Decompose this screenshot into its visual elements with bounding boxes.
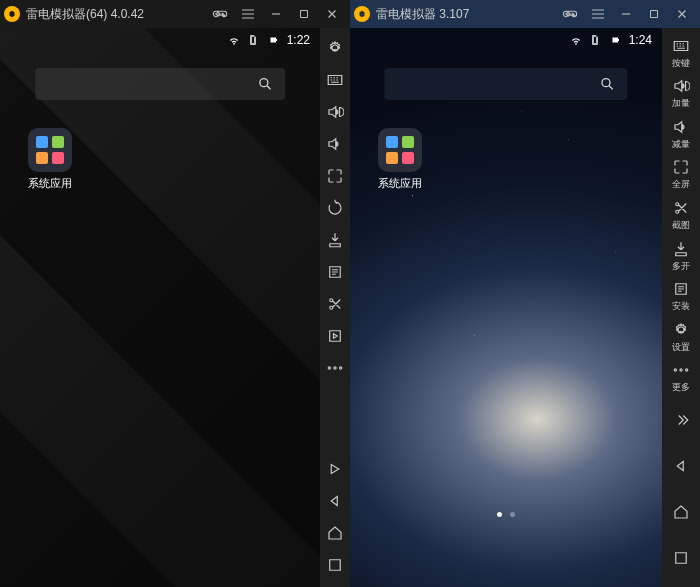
page-indicator bbox=[497, 512, 515, 517]
volume-up-icon bbox=[672, 77, 690, 95]
sidebar-volume-up-button[interactable]: 加量 bbox=[664, 75, 698, 114]
android-screen[interactable]: 1:22 系统应用 bbox=[0, 28, 320, 587]
sidebar-install-button[interactable] bbox=[321, 226, 349, 254]
play-icon bbox=[326, 327, 344, 345]
android-screen[interactable]: 1:24 系统应用 bbox=[350, 28, 662, 587]
sidebar-fullscreen-button[interactable] bbox=[321, 162, 349, 190]
sidebar-home-button[interactable] bbox=[321, 519, 349, 547]
sidebar-cut-button[interactable]: 截图 bbox=[664, 196, 698, 235]
fullscreen-icon bbox=[672, 158, 690, 176]
cut-icon bbox=[326, 295, 344, 313]
status-bar: 1:22 bbox=[0, 28, 320, 52]
sidebar-fullscreen-button[interactable]: 全屏 bbox=[664, 156, 698, 195]
maximize-button[interactable] bbox=[290, 0, 318, 28]
install-icon bbox=[326, 231, 344, 249]
maximize-button[interactable] bbox=[640, 0, 668, 28]
wifi-icon bbox=[569, 33, 583, 47]
sidebar-right: 按键加量减量全屏截图多开安装设置更多 bbox=[662, 28, 700, 587]
sidebar-volume-down-button[interactable]: 减量 bbox=[664, 115, 698, 154]
sidebar-apk-button[interactable]: 安装 bbox=[664, 277, 698, 316]
apk-icon bbox=[672, 280, 690, 298]
sidebar-label: 加量 bbox=[672, 97, 690, 110]
triangle-icon bbox=[326, 460, 344, 478]
window-title: 雷电模拟器 3.107 bbox=[376, 6, 556, 23]
app-logo-icon bbox=[4, 6, 20, 22]
sim-icon bbox=[589, 34, 601, 46]
sidebar-settings-button[interactable] bbox=[321, 34, 349, 62]
sidebar-rotate-button[interactable] bbox=[321, 194, 349, 222]
sidebar-label: 更多 bbox=[672, 381, 690, 394]
back-icon bbox=[672, 457, 690, 475]
sidebar-back-button[interactable] bbox=[321, 487, 349, 515]
sidebar-install-button[interactable]: 多开 bbox=[664, 237, 698, 276]
titlebar-right: 雷电模拟器 3.107 bbox=[350, 0, 700, 28]
app-logo-icon bbox=[354, 6, 370, 22]
sidebar-play-button[interactable] bbox=[321, 322, 349, 350]
volume-down-icon bbox=[326, 135, 344, 153]
cut-icon bbox=[672, 199, 690, 217]
search-icon bbox=[257, 76, 273, 92]
window-title: 雷电模拟器(64) 4.0.42 bbox=[26, 6, 206, 23]
sidebar-volume-down-button[interactable] bbox=[321, 130, 349, 158]
sidebar-label: 减量 bbox=[672, 138, 690, 151]
sidebar-collapse-button[interactable] bbox=[664, 399, 698, 441]
sidebar-apk-button[interactable] bbox=[321, 258, 349, 286]
recent-icon bbox=[326, 556, 344, 574]
battery-icon bbox=[607, 34, 623, 46]
sidebar-volume-up-button[interactable] bbox=[321, 98, 349, 126]
back-icon bbox=[326, 492, 344, 510]
home-icon bbox=[672, 503, 690, 521]
sidebar-triangle-button[interactable] bbox=[321, 455, 349, 483]
install-icon bbox=[672, 240, 690, 258]
sidebar-home-button[interactable] bbox=[664, 491, 698, 533]
recent-icon bbox=[672, 549, 690, 567]
sidebar-keyboard-button[interactable] bbox=[321, 66, 349, 94]
collapse-icon bbox=[672, 411, 690, 429]
search-input[interactable] bbox=[35, 68, 285, 100]
menu-icon[interactable] bbox=[584, 0, 612, 28]
sidebar-keyboard-button[interactable]: 按键 bbox=[664, 34, 698, 73]
minimize-button[interactable] bbox=[612, 0, 640, 28]
volume-down-icon bbox=[672, 118, 690, 136]
app-label: 系统应用 bbox=[22, 176, 78, 191]
sidebar-settings-button[interactable]: 设置 bbox=[664, 318, 698, 357]
sidebar-more-button[interactable]: 更多 bbox=[664, 359, 698, 398]
more-icon bbox=[326, 359, 344, 377]
settings-icon bbox=[326, 39, 344, 57]
status-bar: 1:24 bbox=[350, 28, 662, 52]
sidebar-more-button[interactable] bbox=[321, 354, 349, 382]
sidebar-left bbox=[320, 28, 350, 587]
close-button[interactable] bbox=[668, 0, 696, 28]
minimize-button[interactable] bbox=[262, 0, 290, 28]
sidebar-label: 安装 bbox=[672, 300, 690, 313]
settings-icon bbox=[672, 321, 690, 339]
battery-icon bbox=[265, 34, 281, 46]
app-system-apps[interactable]: 系统应用 bbox=[372, 128, 428, 191]
clock-text: 1:24 bbox=[629, 33, 652, 47]
wallpaper bbox=[350, 28, 662, 587]
titlebar-left: 雷电模拟器(64) 4.0.42 bbox=[0, 0, 350, 28]
app-system-apps[interactable]: 系统应用 bbox=[22, 128, 78, 191]
gamepad-icon[interactable] bbox=[556, 0, 584, 28]
rotate-icon bbox=[326, 199, 344, 217]
keyboard-icon bbox=[326, 71, 344, 89]
close-button[interactable] bbox=[318, 0, 346, 28]
search-input[interactable] bbox=[384, 68, 627, 100]
sidebar-label: 全屏 bbox=[672, 178, 690, 191]
sidebar-cut-button[interactable] bbox=[321, 290, 349, 318]
sidebar-label: 多开 bbox=[672, 260, 690, 273]
sidebar-recent-button[interactable] bbox=[664, 537, 698, 579]
gamepad-icon[interactable] bbox=[206, 0, 234, 28]
fullscreen-icon bbox=[326, 167, 344, 185]
wallpaper bbox=[0, 28, 320, 587]
clock-text: 1:22 bbox=[287, 33, 310, 47]
sim-icon bbox=[247, 34, 259, 46]
home-icon bbox=[326, 524, 344, 542]
menu-icon[interactable] bbox=[234, 0, 262, 28]
app-folder-icon bbox=[28, 128, 72, 172]
volume-up-icon bbox=[326, 103, 344, 121]
sidebar-recent-button[interactable] bbox=[321, 551, 349, 579]
sidebar-back-button[interactable] bbox=[664, 445, 698, 487]
sidebar-label: 按键 bbox=[672, 57, 690, 70]
apk-icon bbox=[326, 263, 344, 281]
